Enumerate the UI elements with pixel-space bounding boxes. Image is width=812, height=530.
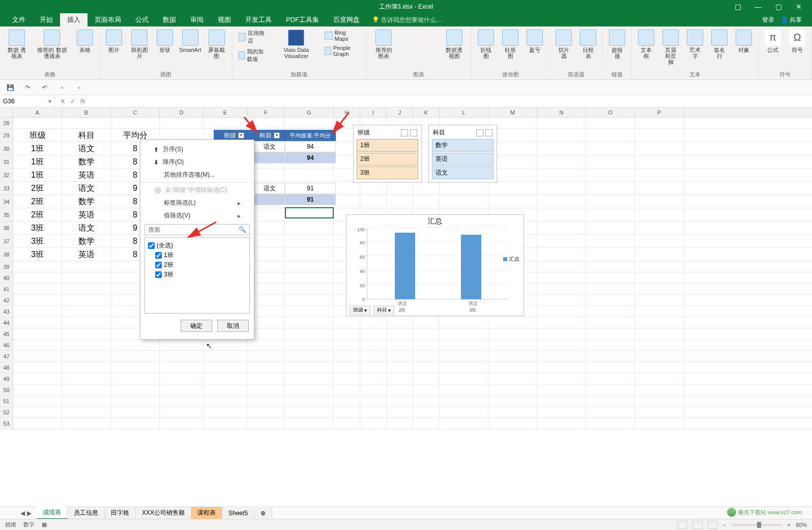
cell[interactable] [488, 317, 537, 328]
cell[interactable] [334, 317, 360, 328]
cell[interactable] [488, 418, 537, 429]
cell[interactable] [247, 118, 285, 128]
cell[interactable]: 语文 [62, 221, 111, 234]
cell[interactable] [635, 351, 684, 361]
pictures-button[interactable]: 图片 [104, 29, 124, 54]
cell[interactable] [413, 362, 440, 373]
cell[interactable] [413, 195, 440, 208]
cell[interactable] [635, 195, 684, 208]
cell[interactable]: 英语 [62, 208, 111, 221]
cell[interactable]: 1班 [13, 155, 62, 168]
zoom-in-icon[interactable]: + [788, 522, 791, 528]
row-header[interactable]: 37 [0, 235, 13, 247]
screenshot-button[interactable]: 屏幕截图 [206, 29, 228, 60]
cell[interactable] [13, 306, 62, 317]
cell[interactable]: 数学 [62, 195, 111, 208]
row-header[interactable]: 33 [0, 182, 13, 194]
cell[interactable] [334, 351, 360, 361]
page-layout-view-icon[interactable] [692, 521, 703, 529]
cell[interactable] [440, 396, 488, 406]
cell[interactable] [360, 373, 387, 384]
cell[interactable] [586, 155, 635, 168]
cell[interactable] [334, 373, 360, 384]
cell[interactable] [586, 195, 635, 208]
new-sheet-button[interactable]: ⊕ [254, 508, 272, 518]
cell[interactable] [285, 272, 334, 283]
cell[interactable] [247, 351, 285, 361]
cell[interactable] [440, 373, 488, 384]
cell[interactable] [586, 261, 635, 272]
col-header[interactable]: J [387, 107, 413, 117]
cell[interactable] [635, 208, 684, 221]
cell[interactable] [62, 284, 111, 294]
share-button[interactable]: 👤 共享 [780, 16, 802, 24]
cell[interactable] [160, 340, 204, 350]
cell[interactable] [285, 351, 334, 361]
cell[interactable] [586, 169, 635, 181]
cell[interactable] [488, 340, 537, 350]
cell[interactable] [537, 182, 586, 194]
cell[interactable] [586, 317, 635, 328]
cell[interactable] [285, 373, 334, 384]
cell[interactable] [488, 373, 537, 384]
col-header[interactable]: I [360, 107, 387, 117]
cell[interactable] [488, 362, 537, 373]
cell[interactable] [285, 261, 334, 272]
row-header[interactable]: 51 [0, 396, 13, 406]
cell[interactable] [488, 328, 537, 339]
cell[interactable] [635, 328, 684, 339]
row-header[interactable]: 35 [0, 208, 13, 221]
cell[interactable] [247, 362, 285, 373]
cell[interactable] [537, 295, 586, 305]
tab-baidu[interactable]: 百度网盘 [326, 13, 367, 26]
cell[interactable] [537, 169, 586, 181]
cell[interactable] [160, 362, 204, 373]
bing-maps-button[interactable]: Bing Maps [323, 29, 361, 43]
cell[interactable] [204, 362, 247, 373]
filter-dropdown-icon[interactable]: ▾ [238, 132, 244, 138]
cell[interactable]: 语文 [62, 142, 111, 155]
row-header[interactable]: 43 [0, 306, 13, 317]
slicer-item[interactable]: 2班 [357, 153, 418, 165]
cell[interactable] [360, 340, 387, 350]
slicer-class[interactable]: 班级 1班 2班 3班 [353, 125, 422, 183]
cell[interactable] [635, 221, 684, 234]
cell[interactable]: 1班 [13, 142, 62, 155]
cell[interactable] [586, 306, 635, 317]
cell[interactable] [62, 351, 111, 361]
cell[interactable] [204, 418, 247, 429]
cell[interactable] [334, 182, 360, 194]
col-header[interactable]: O [586, 107, 635, 117]
save-icon[interactable]: 💾 [5, 82, 15, 93]
cell[interactable] [488, 384, 537, 395]
tab-view[interactable]: 视图 [211, 13, 238, 26]
cell[interactable] [387, 328, 413, 339]
cell[interactable] [360, 384, 387, 395]
tab-home[interactable]: 开始 [33, 13, 60, 26]
cell[interactable] [537, 306, 586, 317]
cell[interactable]: 科目 [62, 129, 111, 142]
online-pictures-button[interactable]: 联机图片 [128, 29, 151, 60]
signature-button[interactable]: 签名行 [709, 29, 730, 60]
cell[interactable] [413, 407, 440, 417]
cell[interactable]: 数学 [62, 235, 111, 247]
wordart-button[interactable]: 艺术字 [685, 29, 705, 60]
cell[interactable] [387, 195, 413, 208]
cell[interactable] [537, 351, 586, 361]
cell[interactable] [62, 396, 111, 406]
cell[interactable] [586, 328, 635, 339]
row-header[interactable]: 32 [0, 169, 13, 181]
tab-layout[interactable]: 页面布局 [88, 13, 128, 26]
cell[interactable] [204, 407, 247, 417]
cell[interactable] [537, 235, 586, 247]
cell[interactable] [440, 407, 488, 417]
cell[interactable] [387, 362, 413, 373]
cell[interactable] [13, 418, 62, 429]
row-header[interactable]: 41 [0, 284, 13, 294]
col-header[interactable]: F [247, 107, 285, 117]
cell[interactable] [635, 284, 684, 294]
cell[interactable] [204, 118, 247, 128]
cell[interactable] [13, 295, 62, 305]
cell[interactable] [537, 328, 586, 339]
cell[interactable] [285, 284, 334, 294]
